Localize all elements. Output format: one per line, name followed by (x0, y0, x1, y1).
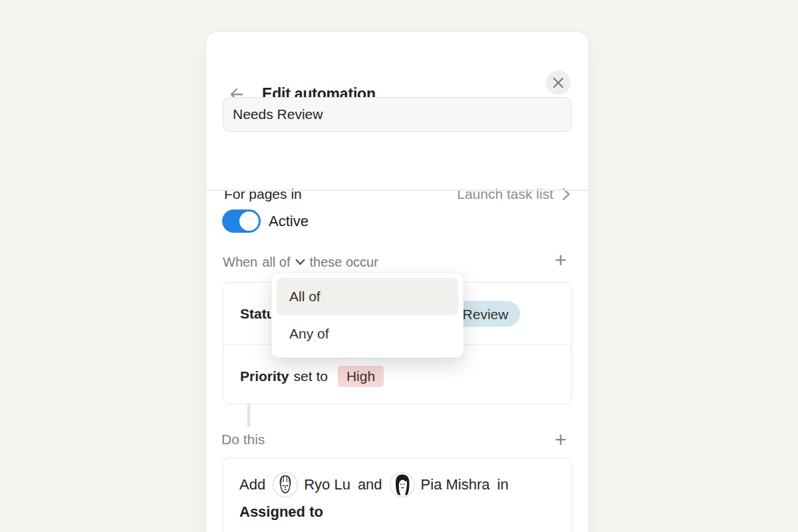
trigger-label-prefix: When (223, 255, 257, 270)
section-divider (206, 190, 589, 191)
action-property: Assigned to (239, 503, 323, 521)
avatar-ryo-lu (273, 472, 298, 497)
trigger-header: When all of these occur (223, 252, 572, 272)
plus-icon: + (555, 430, 567, 450)
add-action-button[interactable]: + (549, 428, 572, 451)
toggle-knob (239, 211, 259, 231)
chevron-down-icon (295, 259, 305, 266)
operator-dropdown-trigger[interactable]: all of (262, 255, 305, 270)
active-label: Active (269, 209, 309, 233)
scope-label: For pages in (224, 186, 302, 202)
action-row[interactable]: Add Ryo Lu and (223, 458, 572, 532)
edit-automation-dialog: Edit automation For pages in Launch task… (206, 32, 589, 532)
person-chip: Ryo Lu (273, 472, 350, 497)
priority-value-pill: High (338, 366, 384, 387)
flow-connector-line (247, 404, 250, 427)
close-button[interactable] (546, 70, 571, 95)
operator-value: all of (262, 255, 290, 270)
avatar-pia-mishra (390, 472, 415, 497)
menu-item-all-of[interactable]: All of (277, 278, 458, 315)
person-name: Pia Mishra (421, 476, 490, 493)
operator-dropdown-menu: All of Any of (271, 273, 464, 358)
scope-value: Launch task list (457, 186, 553, 202)
scope-value-button[interactable]: Launch task list (457, 186, 571, 202)
menu-item-any-of[interactable]: Any of (277, 315, 458, 352)
active-toggle[interactable] (222, 209, 261, 233)
action-prefix: Add (239, 476, 265, 493)
person-chip: Pia Mishra (390, 472, 490, 497)
condition-property: Priority (240, 368, 289, 384)
condition-verb: set to (294, 368, 328, 384)
close-icon (553, 77, 564, 88)
plus-icon: + (555, 250, 567, 271)
add-trigger-button[interactable]: + (549, 249, 572, 271)
action-section-label: Do this (221, 432, 265, 448)
scope-row: For pages in Launch task list (224, 182, 571, 206)
person-name: Ryo Lu (304, 476, 350, 493)
trigger-label-suffix: these occur (310, 255, 378, 270)
automation-name-input[interactable] (223, 97, 572, 132)
action-conjunction: and (358, 476, 382, 493)
action-suffix: in (497, 476, 509, 493)
